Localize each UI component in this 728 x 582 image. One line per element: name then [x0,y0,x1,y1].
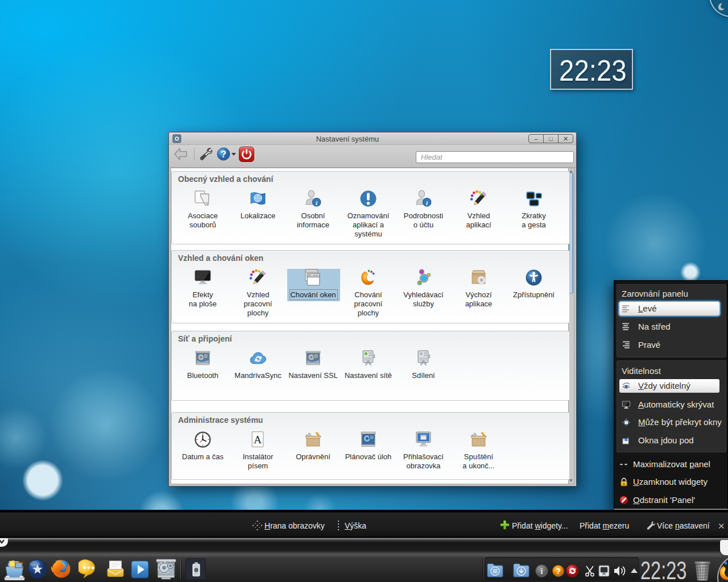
svg-text:?: ? [221,149,226,159]
svg-text:A: A [254,434,262,446]
svg-text:i: i [541,567,543,576]
svg-text:?: ? [556,567,561,576]
